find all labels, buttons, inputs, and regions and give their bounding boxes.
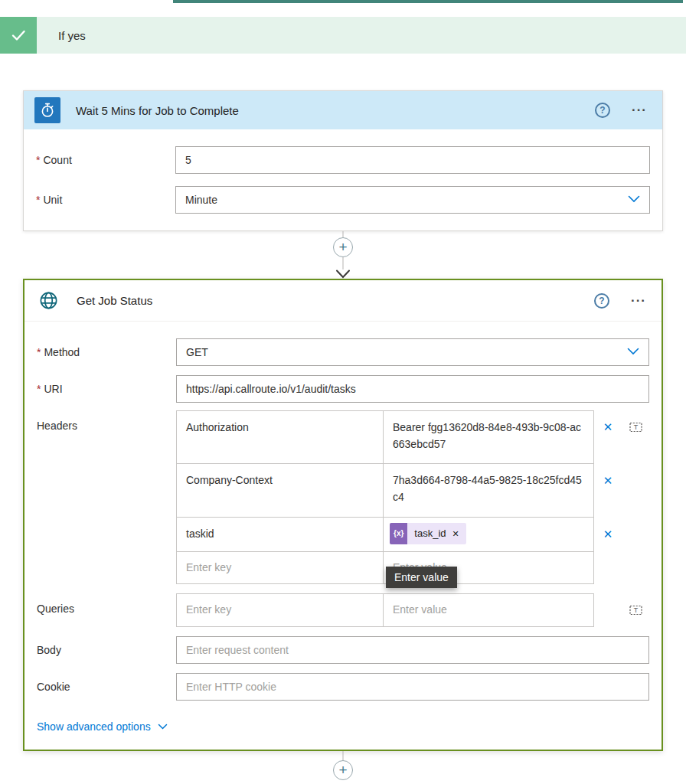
- queries-text-mode-toggle-icon[interactable]: T: [622, 593, 649, 627]
- query-key-new[interactable]: Enter key: [176, 593, 383, 627]
- cookie-input[interactable]: [176, 673, 649, 701]
- delete-header-row-2-button[interactable]: ✕: [594, 518, 622, 552]
- http-action-card: Get Job Status ? ··· *Method GET *URI He…: [23, 279, 663, 751]
- header-value-2[interactable]: {x} task_id ✕: [383, 518, 594, 552]
- required-marker: *: [37, 383, 41, 395]
- method-dropdown[interactable]: GET: [176, 338, 649, 366]
- branch-label: If yes: [58, 29, 86, 42]
- insert-step-button[interactable]: +: [333, 760, 353, 780]
- canvas-top-edge: [173, 0, 683, 3]
- connector: +: [23, 231, 663, 279]
- query-value-new[interactable]: Enter value: [383, 593, 594, 627]
- http-card-header[interactable]: Get Job Status ? ···: [24, 280, 662, 322]
- body-input[interactable]: [176, 636, 649, 664]
- arrow-down-icon: [335, 270, 351, 279]
- required-marker: *: [37, 346, 41, 358]
- globe-http-icon: [35, 288, 61, 314]
- spacer: [594, 552, 622, 585]
- dynamic-content-token[interactable]: {x} task_id ✕: [390, 523, 466, 544]
- ellipsis-menu-icon[interactable]: ···: [632, 103, 647, 118]
- cookie-label: Cookie: [37, 681, 176, 693]
- wait-action-card: Wait 5 Mins for Job to Complete ? ··· *C…: [23, 90, 663, 231]
- method-label: *Method: [37, 346, 176, 358]
- method-value: GET: [186, 346, 208, 358]
- branch-check-icon: [0, 17, 37, 54]
- chevron-down-icon: [628, 194, 640, 206]
- branch-if-yes[interactable]: If yes: [0, 17, 686, 54]
- svg-text:T: T: [633, 423, 638, 431]
- spacer: [594, 593, 622, 627]
- unit-value: Minute: [185, 194, 217, 206]
- count-input[interactable]: [175, 146, 650, 174]
- queries-table: Enter key Enter value T: [176, 593, 649, 627]
- header-value-1[interactable]: 7ha3d664-8798-44a5-9825-18c25fcd45c4: [383, 464, 594, 518]
- insert-step-button[interactable]: +: [333, 237, 353, 257]
- delete-header-row-0-button[interactable]: ✕: [594, 410, 622, 464]
- uri-input[interactable]: [176, 375, 649, 403]
- headers-label: Headers: [37, 410, 176, 432]
- headers-text-mode-toggle-icon[interactable]: T: [622, 410, 649, 464]
- count-label: *Count: [36, 154, 175, 166]
- advanced-link-label: Show advanced options: [37, 720, 151, 733]
- connector: +: [23, 751, 663, 783]
- help-icon[interactable]: ?: [594, 293, 609, 309]
- help-icon[interactable]: ?: [595, 103, 610, 118]
- header-key-new[interactable]: Enter key: [176, 552, 383, 585]
- header-key-1[interactable]: Company-Context: [176, 464, 383, 518]
- required-marker: *: [36, 154, 40, 166]
- ellipsis-menu-icon[interactable]: ···: [631, 293, 646, 309]
- http-card-title: Get Job Status: [77, 294, 152, 307]
- spacer: [622, 518, 649, 552]
- chevron-down-icon: [627, 346, 639, 358]
- chevron-down-icon: [158, 720, 168, 733]
- unit-label: *Unit: [36, 194, 175, 206]
- queries-label: Queries: [37, 593, 176, 615]
- remove-token-icon[interactable]: ✕: [452, 528, 459, 541]
- dynamic-content-icon: {x}: [390, 523, 407, 544]
- enter-value-tooltip: Enter value: [386, 567, 457, 588]
- headers-table: Authorization Bearer fgg13620d8-84e8-493…: [176, 410, 649, 584]
- wait-card-title: Wait 5 Mins for Job to Complete: [76, 104, 239, 117]
- header-key-2[interactable]: taskid: [176, 518, 383, 552]
- body-label: Body: [37, 644, 176, 656]
- delay-timer-icon: [34, 97, 60, 123]
- wait-card-header[interactable]: Wait 5 Mins for Job to Complete ? ···: [24, 91, 662, 129]
- header-value-0[interactable]: Bearer fgg13620d8-84e8-493b-9c08-ac663eb…: [383, 410, 594, 464]
- uri-label: *URI: [37, 383, 176, 395]
- delete-header-row-1-button[interactable]: ✕: [594, 464, 622, 518]
- show-advanced-options-link[interactable]: Show advanced options: [37, 720, 168, 733]
- svg-text:T: T: [633, 606, 638, 614]
- required-marker: *: [36, 194, 40, 206]
- token-label: task_id: [414, 526, 446, 541]
- header-key-0[interactable]: Authorization: [176, 410, 383, 464]
- spacer: [622, 464, 649, 518]
- unit-dropdown[interactable]: Minute: [175, 186, 650, 214]
- spacer: [622, 552, 649, 585]
